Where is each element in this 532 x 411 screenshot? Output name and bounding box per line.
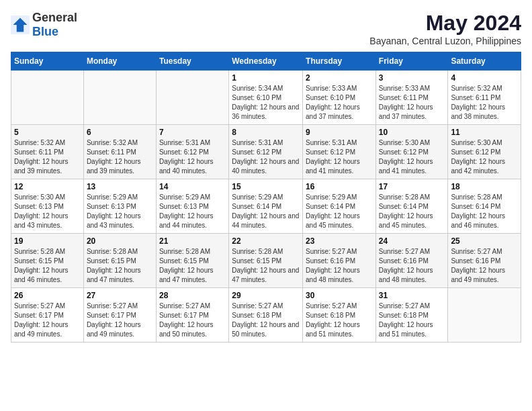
- calendar-cell: 13Sunrise: 5:29 AM Sunset: 6:13 PM Dayli…: [83, 179, 156, 234]
- calendar-cell: 19Sunrise: 5:28 AM Sunset: 6:15 PM Dayli…: [11, 234, 84, 288]
- calendar-cell: 10Sunrise: 5:30 AM Sunset: 6:12 PM Dayli…: [375, 125, 448, 179]
- day-number: 16: [306, 182, 373, 191]
- day-number: 7: [159, 128, 226, 137]
- calendar-cell: 14Sunrise: 5:29 AM Sunset: 6:13 PM Dayli…: [156, 179, 228, 234]
- weekday-header: Friday: [375, 52, 448, 71]
- calendar-body: 1Sunrise: 5:34 AM Sunset: 6:10 PM Daylig…: [11, 71, 521, 342]
- weekday-header: Wednesday: [229, 52, 303, 71]
- calendar-header: SundayMondayTuesdayWednesdayThursdayFrid…: [11, 52, 521, 71]
- calendar-cell: 2Sunrise: 5:33 AM Sunset: 6:10 PM Daylig…: [303, 71, 376, 125]
- day-number: 1: [232, 73, 300, 83]
- day-info: Sunrise: 5:31 AM Sunset: 6:12 PM Dayligh…: [159, 138, 226, 176]
- calendar-cell: [156, 71, 228, 125]
- logo-icon: [11, 15, 30, 34]
- day-info: Sunrise: 5:32 AM Sunset: 6:11 PM Dayligh…: [451, 84, 518, 122]
- calendar-table: SundayMondayTuesdayWednesdayThursdayFrid…: [11, 52, 521, 342]
- calendar-cell: 7Sunrise: 5:31 AM Sunset: 6:12 PM Daylig…: [156, 125, 228, 179]
- day-number: 8: [232, 128, 300, 137]
- day-info: Sunrise: 5:30 AM Sunset: 6:12 PM Dayligh…: [379, 138, 445, 176]
- calendar-cell: 23Sunrise: 5:27 AM Sunset: 6:16 PM Dayli…: [303, 234, 376, 288]
- weekday-header: Monday: [83, 52, 156, 71]
- day-number: 4: [451, 73, 518, 83]
- calendar-cell: 6Sunrise: 5:32 AM Sunset: 6:11 PM Daylig…: [83, 125, 156, 179]
- day-info: Sunrise: 5:34 AM Sunset: 6:10 PM Dayligh…: [232, 84, 300, 122]
- day-info: Sunrise: 5:28 AM Sunset: 6:15 PM Dayligh…: [87, 247, 153, 285]
- day-info: Sunrise: 5:33 AM Sunset: 6:11 PM Dayligh…: [379, 84, 445, 122]
- day-info: Sunrise: 5:29 AM Sunset: 6:14 PM Dayligh…: [306, 193, 373, 230]
- day-info: Sunrise: 5:31 AM Sunset: 6:12 PM Dayligh…: [306, 138, 373, 176]
- calendar-week-row: 5Sunrise: 5:32 AM Sunset: 6:11 PM Daylig…: [11, 125, 521, 179]
- weekday-header: Saturday: [448, 52, 521, 71]
- day-number: 19: [14, 236, 81, 246]
- calendar-cell: 15Sunrise: 5:29 AM Sunset: 6:14 PM Dayli…: [229, 179, 303, 234]
- day-info: Sunrise: 5:27 AM Sunset: 6:16 PM Dayligh…: [451, 247, 518, 285]
- calendar-cell: 12Sunrise: 5:30 AM Sunset: 6:13 PM Dayli…: [11, 179, 84, 234]
- day-info: Sunrise: 5:27 AM Sunset: 6:18 PM Dayligh…: [232, 302, 300, 339]
- calendar-cell: 30Sunrise: 5:27 AM Sunset: 6:18 PM Dayli…: [303, 288, 376, 342]
- logo-general: General: [32, 11, 77, 24]
- calendar-cell: [448, 288, 521, 342]
- day-number: 29: [232, 291, 300, 300]
- weekday-row: SundayMondayTuesdayWednesdayThursdayFrid…: [11, 52, 521, 71]
- day-info: Sunrise: 5:28 AM Sunset: 6:15 PM Dayligh…: [159, 247, 226, 285]
- day-number: 5: [14, 128, 81, 137]
- day-number: 27: [87, 291, 153, 300]
- day-info: Sunrise: 5:29 AM Sunset: 6:13 PM Dayligh…: [159, 193, 226, 230]
- calendar-cell: 25Sunrise: 5:27 AM Sunset: 6:16 PM Dayli…: [448, 234, 521, 288]
- calendar-cell: 8Sunrise: 5:31 AM Sunset: 6:12 PM Daylig…: [229, 125, 303, 179]
- day-number: 24: [379, 236, 445, 246]
- calendar-cell: 24Sunrise: 5:27 AM Sunset: 6:16 PM Dayli…: [375, 234, 448, 288]
- day-number: 3: [379, 73, 445, 83]
- calendar-cell: 27Sunrise: 5:27 AM Sunset: 6:17 PM Dayli…: [83, 288, 156, 342]
- logo-blue: Blue: [32, 25, 58, 38]
- calendar-week-row: 12Sunrise: 5:30 AM Sunset: 6:13 PM Dayli…: [11, 179, 521, 234]
- day-info: Sunrise: 5:27 AM Sunset: 6:18 PM Dayligh…: [306, 302, 373, 339]
- calendar-cell: 31Sunrise: 5:27 AM Sunset: 6:18 PM Dayli…: [375, 288, 448, 342]
- day-number: 10: [379, 128, 445, 137]
- calendar-cell: [83, 71, 156, 125]
- day-info: Sunrise: 5:32 AM Sunset: 6:11 PM Dayligh…: [87, 138, 153, 176]
- calendar-cell: 28Sunrise: 5:27 AM Sunset: 6:17 PM Dayli…: [156, 288, 228, 342]
- day-number: 17: [379, 182, 445, 191]
- day-number: 23: [306, 236, 373, 246]
- day-number: 28: [159, 291, 226, 300]
- day-number: 6: [87, 128, 153, 137]
- calendar-cell: 3Sunrise: 5:33 AM Sunset: 6:11 PM Daylig…: [375, 71, 448, 125]
- day-info: Sunrise: 5:27 AM Sunset: 6:17 PM Dayligh…: [87, 302, 153, 339]
- calendar-cell: 9Sunrise: 5:31 AM Sunset: 6:12 PM Daylig…: [303, 125, 376, 179]
- calendar-cell: 5Sunrise: 5:32 AM Sunset: 6:11 PM Daylig…: [11, 125, 84, 179]
- logo-text: General Blue: [32, 11, 77, 39]
- calendar-cell: 29Sunrise: 5:27 AM Sunset: 6:18 PM Dayli…: [229, 288, 303, 342]
- day-number: 21: [159, 236, 226, 246]
- day-number: 25: [451, 236, 518, 246]
- day-number: 11: [451, 128, 518, 137]
- day-info: Sunrise: 5:32 AM Sunset: 6:11 PM Dayligh…: [14, 138, 81, 176]
- calendar-cell: 16Sunrise: 5:29 AM Sunset: 6:14 PM Dayli…: [303, 179, 376, 234]
- day-number: 26: [14, 291, 81, 300]
- title-area: May 2024 Bayanan, Central Luzon, Philipp…: [369, 11, 521, 46]
- day-number: 18: [451, 182, 518, 191]
- calendar-cell: 21Sunrise: 5:28 AM Sunset: 6:15 PM Dayli…: [156, 234, 228, 288]
- day-info: Sunrise: 5:28 AM Sunset: 6:14 PM Dayligh…: [451, 193, 518, 230]
- logo: General Blue: [11, 11, 77, 39]
- day-info: Sunrise: 5:28 AM Sunset: 6:15 PM Dayligh…: [232, 247, 300, 285]
- day-info: Sunrise: 5:27 AM Sunset: 6:17 PM Dayligh…: [14, 302, 81, 339]
- subtitle: Bayanan, Central Luzon, Philippines: [369, 36, 521, 46]
- day-info: Sunrise: 5:30 AM Sunset: 6:12 PM Dayligh…: [451, 138, 518, 176]
- weekday-header: Sunday: [11, 52, 84, 71]
- day-number: 14: [159, 182, 226, 191]
- day-number: 20: [87, 236, 153, 246]
- calendar-cell: 22Sunrise: 5:28 AM Sunset: 6:15 PM Dayli…: [229, 234, 303, 288]
- day-info: Sunrise: 5:27 AM Sunset: 6:16 PM Dayligh…: [379, 247, 445, 285]
- day-info: Sunrise: 5:27 AM Sunset: 6:16 PM Dayligh…: [306, 247, 373, 285]
- day-info: Sunrise: 5:29 AM Sunset: 6:14 PM Dayligh…: [232, 193, 300, 230]
- calendar-cell: 18Sunrise: 5:28 AM Sunset: 6:14 PM Dayli…: [448, 179, 521, 234]
- calendar-week-row: 1Sunrise: 5:34 AM Sunset: 6:10 PM Daylig…: [11, 71, 521, 125]
- day-info: Sunrise: 5:29 AM Sunset: 6:13 PM Dayligh…: [87, 193, 153, 230]
- day-info: Sunrise: 5:27 AM Sunset: 6:18 PM Dayligh…: [379, 302, 445, 339]
- day-info: Sunrise: 5:31 AM Sunset: 6:12 PM Dayligh…: [232, 138, 300, 176]
- calendar-cell: 11Sunrise: 5:30 AM Sunset: 6:12 PM Dayli…: [448, 125, 521, 179]
- calendar-cell: 4Sunrise: 5:32 AM Sunset: 6:11 PM Daylig…: [448, 71, 521, 125]
- calendar-cell: 20Sunrise: 5:28 AM Sunset: 6:15 PM Dayli…: [83, 234, 156, 288]
- day-info: Sunrise: 5:28 AM Sunset: 6:14 PM Dayligh…: [379, 193, 445, 230]
